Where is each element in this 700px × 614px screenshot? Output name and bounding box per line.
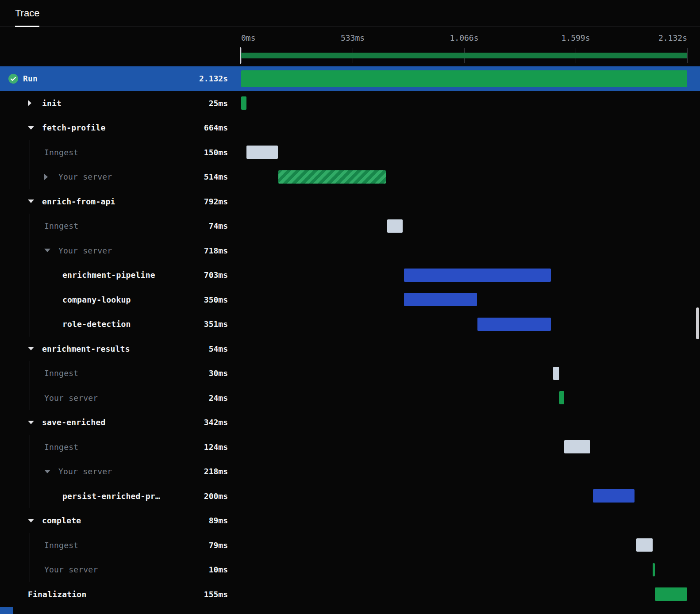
row-timeline-enrich-from-api-your-server [240,238,700,263]
span-bar-init[interactable] [241,96,246,110]
span-label: Your server [44,393,98,403]
trace-row-complete-your-server[interactable]: Your server10ms [0,557,700,582]
row-timeline-fetch-profile [240,115,700,140]
row-left-complete-inngest: Inngest79ms [0,533,240,558]
row-timeline-enrich-from-api-inngest [240,214,700,238]
chevron-down-icon[interactable] [28,421,42,424]
span-duration: 124ms [204,442,228,452]
trace-row-persist-enriched-profile[interactable]: persist-enriched-pr…200ms [0,484,700,509]
minimap-bar [241,53,687,58]
row-left-save-enriched-inngest: Inngest124ms [0,435,240,460]
trace-row-finalization[interactable]: Finalization155ms [0,582,700,607]
chevron-down-icon[interactable] [44,470,58,473]
trace-row-enrichment-pipeline[interactable]: enrichment-pipeline703ms [0,263,700,288]
span-bar-complete-inngest[interactable] [636,538,653,552]
trace-row-enrich-from-api[interactable]: enrich-from-api792ms [0,189,700,214]
span-bar-finalization[interactable] [655,587,687,601]
chevron-down-icon[interactable] [28,200,42,203]
span-duration: 155ms [204,590,228,599]
span-label: company-lookup [62,295,131,304]
trace-row-enrich-from-api-your-server[interactable]: Your server718ms [0,238,700,263]
chevron-down-icon[interactable] [44,249,58,252]
span-duration: 218ms [204,467,228,476]
trace-row-run[interactable]: Run2.132s [0,66,700,91]
chevron-down-icon[interactable] [28,347,42,350]
chevron-down-icon[interactable] [28,126,42,130]
span-duration: 30ms [209,368,228,378]
trace-row-enrich-from-api-inngest[interactable]: Inngest74ms [0,214,700,238]
trace-viewer: Trace 0ms533ms1.066s1.599s2.132s Run2.13… [0,0,700,614]
row-left-role-detection: role-detection351ms [0,312,240,337]
trace-row-enrichment-results-inngest[interactable]: Inngest30ms [0,361,700,386]
span-duration: 79ms [209,541,228,550]
span-bar-company-lookup[interactable] [404,293,477,306]
axis-tick-label: 2.132s [658,33,687,42]
tree-indent-guide [30,435,30,460]
span-bar-role-detection[interactable] [477,318,551,331]
span-duration: 10ms [209,565,228,574]
chevron-right-icon[interactable] [28,100,42,106]
trace-row-complete-inngest[interactable]: Inngest79ms [0,533,700,558]
span-bar-run[interactable] [241,70,687,87]
row-left-run: Run2.132s [0,66,240,91]
row-timeline-persist-enriched-profile [240,484,700,509]
span-label: Run [23,74,38,83]
tree-indent-guide [30,484,30,509]
span-bar-enrichment-pipeline[interactable] [404,269,551,282]
tree-indent-guide [48,288,48,312]
span-bar-fetch-profile-inngest[interactable] [246,146,278,159]
row-timeline-complete [240,508,700,533]
trace-row-fetch-profile[interactable]: fetch-profile664ms [0,115,700,140]
span-bar-enrichment-results-inngest[interactable] [553,367,559,380]
span-bar-enrich-from-api-inngest[interactable] [387,219,403,233]
row-left-init: init25ms [0,91,240,116]
trace-row-save-enriched-inngest[interactable]: Inngest124ms [0,435,700,460]
span-bar-save-enriched-inngest[interactable] [564,440,590,453]
tab-trace-label: Trace [15,8,39,19]
span-bar-fetch-profile-your-server[interactable] [278,170,386,184]
span-label: enrich-from-api [42,197,115,206]
span-label: fetch-profile [42,123,105,132]
chevron-right-icon[interactable] [44,174,58,180]
trace-row-save-enriched-your-server[interactable]: Your server218ms [0,459,700,484]
row-left-enrich-from-api-inngest: Inngest74ms [0,214,240,238]
scrollbar-thumb[interactable] [696,307,699,339]
axis-tick-label: 1.599s [561,33,590,42]
status-success-icon [8,73,19,84]
trace-row-role-detection[interactable]: role-detection351ms [0,312,700,337]
span-bar-enrichment-results-your-server[interactable] [559,391,564,404]
span-label: enrichment-results [42,344,130,353]
span-bar-persist-enriched-profile[interactable] [593,489,635,503]
trace-row-company-lookup[interactable]: company-lookup350ms [0,288,700,312]
span-label: complete [42,516,81,525]
trace-row-complete[interactable]: complete89ms [0,508,700,533]
trace-row-enrichment-results[interactable]: enrichment-results54ms [0,337,700,361]
row-left-enrichment-results-inngest: Inngest30ms [0,361,240,386]
span-duration: 514ms [204,172,228,181]
row-left-fetch-profile: fetch-profile664ms [0,115,240,140]
trace-row-fetch-profile-your-server[interactable]: Your server514ms [0,165,700,189]
tree-indent-guide [30,361,30,386]
trace-row-enrichment-results-your-server[interactable]: Your server24ms [0,386,700,411]
span-bar-complete-your-server[interactable] [653,563,655,576]
tree-indent-guide [48,484,48,509]
tree-indent-guide [30,214,30,238]
trace-row-init[interactable]: init25ms [0,91,700,116]
trace-row-fetch-profile-inngest[interactable]: Inngest150ms [0,140,700,165]
tree-indent-guide [30,557,30,582]
row-left-save-enriched-your-server: Your server218ms [0,459,240,484]
span-label: Your server [44,565,98,574]
tree-indent-guide [30,459,30,484]
span-duration: 664ms [204,123,228,132]
span-label: Finalization [28,590,86,599]
span-duration: 54ms [209,344,228,353]
trace-row-save-enriched[interactable]: save-enriched342ms [0,410,700,435]
tab-trace[interactable]: Trace [15,0,39,27]
row-timeline-finalization [240,582,700,607]
span-label: Your server [58,172,112,181]
axis-tick-label: 1.066s [450,33,478,42]
chevron-down-icon[interactable] [28,519,42,522]
span-label: role-detection [62,319,131,329]
span-label: Your server [58,246,112,255]
row-timeline-complete-your-server [240,557,700,582]
